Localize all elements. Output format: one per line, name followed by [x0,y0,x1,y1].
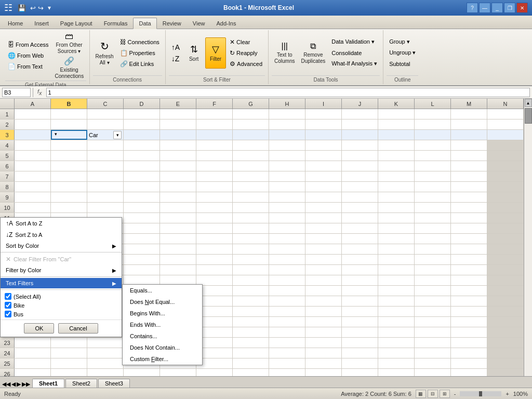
grid-cell[interactable] [196,119,233,129]
ribbon-minimize-button[interactable]: — [479,3,490,13]
grid-cell[interactable] [415,151,451,161]
grid-cell[interactable] [51,192,87,202]
grid-cell[interactable] [415,275,451,285]
grid-cell[interactable] [342,255,378,264]
grid-cell[interactable] [196,244,233,254]
grid-cell[interactable] [160,265,196,275]
grid-cell[interactable] [233,327,269,337]
grid-cell[interactable] [233,161,269,171]
grid-cell[interactable] [196,182,233,192]
grid-cell[interactable] [196,151,233,161]
grid-cell[interactable] [451,161,487,171]
grid-cell-e3[interactable] [160,130,196,140]
grid-cell[interactable] [487,109,524,119]
grid-cell[interactable] [269,348,305,358]
grid-cell[interactable] [124,161,160,171]
grid-cell[interactable] [160,234,196,244]
grid-cell[interactable] [196,255,233,264]
grid-cell-g3[interactable] [233,130,269,140]
grid-cell[interactable] [415,244,451,254]
grid-cell[interactable] [451,296,487,306]
grid-cell[interactable] [378,317,415,327]
grid-cell[interactable] [51,358,87,368]
grid-cell[interactable] [233,119,269,129]
col-header-e[interactable]: E [160,99,196,109]
grid-cell[interactable] [196,213,233,223]
grid-cell-n3[interactable] [487,130,524,140]
grid-cell[interactable] [415,286,451,296]
grid-cell[interactable] [160,244,196,254]
grid-cell[interactable] [233,296,269,306]
grid-cell[interactable] [415,296,451,306]
grid-cell[interactable] [415,255,451,264]
grid-cell[interactable] [160,255,196,264]
col-header-i[interactable]: I [305,99,342,109]
grid-cell[interactable] [124,109,160,119]
grid-cell-b3-selected[interactable]: ▾ [51,130,87,140]
grid-cell[interactable] [378,151,415,161]
grid-cell[interactable] [305,171,342,181]
sort-desc-button[interactable]: ↓Z [169,54,182,64]
grid-cell[interactable] [233,151,269,161]
grid-cell[interactable] [305,182,342,192]
grid-cell-j3[interactable] [342,130,378,140]
grid-cell[interactable] [87,161,124,171]
grid-cell[interactable] [233,255,269,264]
grid-cell[interactable] [342,109,378,119]
grid-cell[interactable] [87,348,124,358]
grid-cell[interactable] [269,275,305,285]
grid-cell[interactable] [305,338,342,348]
from-text-button[interactable]: 📄 From Text [5,61,51,72]
existing-connections-button[interactable]: 🔗 ExistingConnections [52,56,86,79]
grid-cell[interactable] [415,182,451,192]
begins-with-item[interactable]: Begins With... [123,308,202,319]
col-header-j[interactable]: J [342,99,378,109]
grid-cell[interactable] [378,358,415,368]
grid-cell[interactable] [451,307,487,316]
grid-cell[interactable] [160,140,196,150]
grid-cell[interactable] [451,213,487,223]
grid-cell[interactable] [342,119,378,129]
grid-cell[interactable] [124,369,160,376]
grid-cell[interactable] [87,151,124,161]
grid-cell[interactable] [305,358,342,368]
grid-cell[interactable] [305,317,342,327]
does-not-equal-item[interactable]: Does Not Equal... [123,296,202,308]
col-header-f[interactable]: F [196,99,233,109]
grid-cell[interactable] [415,171,451,181]
from-other-sources-button[interactable]: 🗃 From OtherSources ▾ [52,31,86,55]
grid-cell[interactable] [305,213,342,223]
grid-cell[interactable] [451,140,487,150]
tab-home[interactable]: Home [2,18,29,29]
filter-item-bus[interactable]: Bus [4,310,118,318]
grid-cell[interactable] [342,213,378,223]
equals-item[interactable]: Equals... [123,285,202,296]
tab-add-ins[interactable]: Add-Ins [210,18,242,29]
grid-cell[interactable] [305,140,342,150]
grid-cell[interactable] [305,151,342,161]
grid-cell[interactable] [415,203,451,212]
grid-cell[interactable] [342,338,378,348]
page-layout-view-button[interactable]: ⊟ [428,390,438,398]
grid-cell[interactable] [451,265,487,275]
cell-reference-input[interactable] [2,88,31,97]
grid-cell[interactable] [196,223,233,233]
grid-cell[interactable] [51,369,87,376]
grid-cell[interactable] [378,119,415,129]
grid-cell[interactable] [160,109,196,119]
grid-cell[interactable] [451,171,487,181]
grid-cell[interactable] [160,151,196,161]
grid-cell[interactable] [342,192,378,202]
grid-cell[interactable] [451,338,487,348]
grid-cell[interactable] [378,275,415,285]
zoom-minus-icon[interactable]: - [454,391,456,397]
grid-cell[interactable] [233,286,269,296]
grid-cell[interactable] [305,369,342,376]
grid-cell[interactable] [342,307,378,316]
grid-cell[interactable] [269,161,305,171]
grid-cell[interactable] [51,161,87,171]
contains-item[interactable]: Contains... [123,330,202,342]
from-access-button[interactable]: 🗄 From Access [5,39,51,50]
data-validation-button[interactable]: Data Validation ▾ [329,37,380,47]
vertical-scrollbar[interactable]: ▲ [524,99,532,376]
